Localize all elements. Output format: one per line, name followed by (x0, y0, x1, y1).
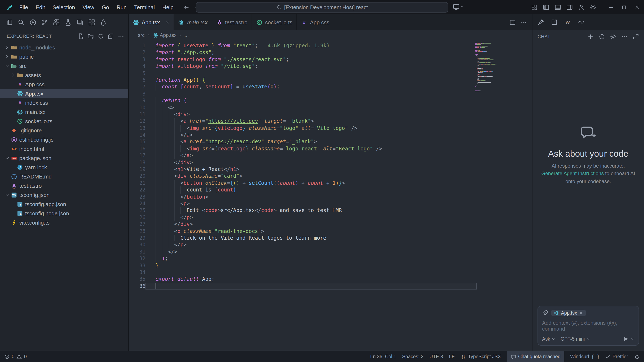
layout-left-icon[interactable] (543, 4, 549, 10)
line-number[interactable]: 13 (129, 125, 146, 132)
more-icon[interactable] (521, 19, 527, 25)
line-number[interactable]: 28 (129, 228, 146, 235)
problems-indicator[interactable]: 0 0 (4, 354, 27, 359)
line-number[interactable]: 23 (129, 193, 146, 200)
line-number[interactable]: 22 (129, 186, 146, 193)
grid4-icon[interactable] (531, 4, 538, 10)
collapse-icon[interactable] (108, 33, 114, 39)
refresh-icon[interactable] (98, 33, 104, 39)
code-line[interactable]: 30 </p> (129, 242, 477, 249)
branch-icon[interactable] (41, 19, 48, 26)
code-line[interactable]: 14 </a> (129, 132, 477, 138)
code-line[interactable]: 18 </div> (129, 159, 477, 166)
line-number[interactable]: 36 (129, 283, 146, 290)
chevron-down-icon[interactable] (4, 63, 10, 69)
files-icon[interactable] (6, 19, 13, 26)
line-number[interactable]: 2 (129, 49, 146, 56)
breadcrumb-item[interactable]: App.tsx (160, 32, 176, 38)
extensions-icon[interactable] (53, 19, 60, 26)
menu-go[interactable]: Go (98, 4, 113, 10)
line-number[interactable]: 7 (129, 84, 146, 90)
code-line[interactable]: 15 <a href="https://react.dev" target="_… (129, 138, 477, 145)
chevron-right-icon[interactable] (4, 44, 10, 50)
code-line[interactable]: 25 Edit <code>src/App.tsx</code> and sav… (129, 207, 477, 214)
code-line[interactable]: 11 <div> (129, 111, 477, 118)
line-number[interactable]: 8 (129, 90, 146, 97)
line-number[interactable]: 9 (129, 97, 146, 104)
code-line[interactable]: 29 Click on the Vite and React logos to … (129, 235, 477, 242)
encoding-setting[interactable]: UTF-8 (429, 351, 443, 362)
code-line[interactable]: 19 <h1>Vite + React</h1> (129, 166, 477, 173)
code-line[interactable]: 23 </button> (129, 193, 477, 200)
code-line[interactable]: 31 </> (129, 248, 477, 255)
layers-icon[interactable] (76, 19, 84, 26)
line-number[interactable]: 29 (129, 235, 146, 242)
tree-item-index.css[interactable]: #index.css (0, 98, 128, 107)
back-icon[interactable] (183, 4, 190, 10)
indentation-setting[interactable]: Spaces: 2 (402, 351, 424, 362)
split-icon[interactable] (510, 19, 516, 25)
code-line[interactable]: 7 const [count, setCount] = useState(0); (129, 84, 477, 90)
line-number[interactable]: 16 (129, 145, 146, 152)
line-number[interactable]: 12 (129, 118, 146, 125)
code-line[interactable]: 28 <p className="read-the-docs"> (129, 228, 477, 235)
notifications-bell-icon[interactable] (634, 354, 640, 360)
line-number[interactable]: 35 (129, 276, 146, 283)
new-folder-icon[interactable] (88, 33, 94, 39)
breadcrumb-item[interactable]: src (138, 32, 145, 38)
new-file-icon[interactable] (78, 33, 84, 39)
tree-item-test.astro[interactable]: test.astro (0, 181, 128, 190)
line-number[interactable]: 20 (129, 173, 146, 180)
code-line[interactable]: 36 (129, 283, 477, 290)
code-line[interactable]: 16 <img src={reactLogo} className="logo … (129, 145, 477, 152)
line-number[interactable]: 33 (129, 262, 146, 269)
code-line[interactable]: 12 <a href="https://vite.dev" target="_b… (129, 118, 477, 125)
code-editor[interactable]: 1import { useState } from "react"; 4.6k … (129, 40, 532, 351)
tab-App.tsx[interactable]: App.tsx (129, 14, 174, 30)
line-number[interactable]: 5 (129, 70, 146, 77)
more-icon[interactable] (118, 33, 124, 39)
tree-item-main.tsx[interactable]: main.tsx (0, 107, 128, 116)
chat-input-box[interactable]: App.tsx Add context (#), extensions (@),… (538, 306, 639, 346)
account-icon[interactable] (578, 4, 584, 10)
chevron-down-icon[interactable] (4, 155, 10, 161)
tab-App.css[interactable]: #App.css (297, 14, 334, 30)
code-line[interactable]: 20 <div className="card"> (129, 173, 477, 180)
tree-item-vite.config.ts[interactable]: vite.config.ts (0, 218, 128, 227)
line-number[interactable]: 10 (129, 104, 146, 111)
formatter-status[interactable]: Prettier (605, 351, 628, 362)
chat-quota-status[interactable]: Chat quota reached (507, 351, 564, 362)
line-number[interactable]: 34 (129, 269, 146, 276)
tree-item-tsconfig.json[interactable]: TStsconfig.json (0, 190, 128, 199)
model-select[interactable]: GPT-5 mini (560, 337, 590, 342)
code-line[interactable]: 4import viteLogo from "/vite.svg"; (129, 63, 477, 70)
line-number[interactable]: 25 (129, 207, 146, 214)
breadcrumb-item[interactable]: ... (184, 32, 189, 38)
tree-item-yarn.lock[interactable]: yarn.lock (0, 163, 128, 172)
code-line[interactable]: 9 return ( (129, 97, 477, 104)
cursor-position[interactable]: Ln 36, Col 1 (370, 351, 396, 362)
chevron-right-icon[interactable] (10, 72, 16, 78)
line-number[interactable]: 31 (129, 248, 146, 255)
line-number[interactable]: 4 (129, 63, 146, 70)
beaker-icon[interactable] (64, 19, 72, 26)
code-line[interactable]: 13 <img src={viteLogo} className="logo" … (129, 125, 477, 132)
line-number[interactable]: 11 (129, 111, 146, 118)
line-number[interactable]: 1 (129, 42, 146, 49)
language-mode[interactable]: {} TypeScript JSX (460, 351, 501, 362)
line-number[interactable]: 27 (129, 221, 146, 228)
menu-terminal[interactable]: Terminal (130, 4, 158, 10)
close-tab-icon[interactable] (165, 20, 170, 24)
menu-run[interactable]: Run (113, 4, 130, 10)
windsurf-status[interactable]: Windsurf: {...} (570, 351, 599, 362)
tree-item-socket.io.ts[interactable]: socket.io.ts (0, 116, 128, 126)
tree-item-package.json[interactable]: npmpackage.json (0, 153, 128, 163)
line-number[interactable]: 14 (129, 132, 146, 138)
screen-cast-control[interactable] (453, 3, 464, 10)
line-number[interactable]: 21 (129, 180, 146, 187)
line-number[interactable]: 15 (129, 138, 146, 145)
code-line[interactable]: 2import "./App.css"; (129, 49, 477, 56)
search-icon[interactable] (18, 19, 25, 26)
code-line[interactable]: 1import { useState } from "react"; 4.6k … (129, 42, 477, 49)
tree-item-src[interactable]: src (0, 61, 128, 70)
